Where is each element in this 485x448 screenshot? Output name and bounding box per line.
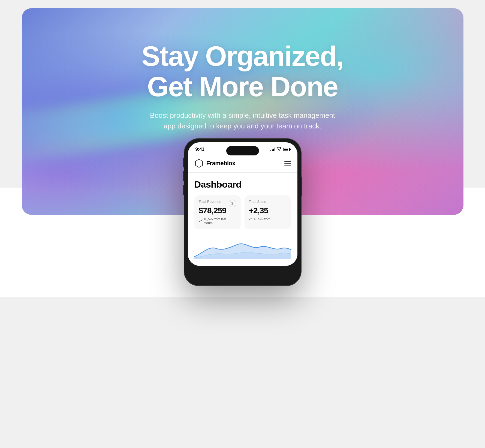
dynamic-island bbox=[226, 146, 259, 155]
hero-title-line1: Stay Organized, bbox=[141, 41, 344, 72]
svg-marker-0 bbox=[195, 159, 203, 167]
app-header: Frameblox bbox=[188, 154, 297, 173]
hero-subtitle: Boost productivity with a simple, intuit… bbox=[144, 110, 341, 131]
revenue-change: 10,5% from last month bbox=[199, 217, 236, 225]
revenue-card: Total Revenue $ $78,259 10,5% from last … bbox=[194, 195, 241, 229]
hero-title-line2: Get More Done bbox=[147, 71, 338, 102]
chart-svg bbox=[194, 235, 291, 259]
app-name: Frameblox bbox=[206, 160, 236, 167]
sales-label: Total Sales bbox=[249, 200, 287, 204]
revenue-value: $78,259 bbox=[199, 206, 236, 215]
phone-screen: 9:41 bbox=[188, 142, 297, 266]
app-content: Dashboard Total Revenue $ $78,259 bbox=[188, 173, 297, 266]
wifi-icon bbox=[277, 147, 281, 152]
sales-value: +2,35 bbox=[249, 206, 287, 215]
sales-trend-icon bbox=[249, 217, 253, 221]
page-wrapper: Stay Organized, Get More Done Boost prod… bbox=[0, 0, 485, 297]
revenue-icon: $ bbox=[229, 200, 236, 207]
status-icons bbox=[270, 147, 290, 152]
logo-hex-icon bbox=[194, 159, 204, 168]
app-logo: Frameblox bbox=[194, 159, 236, 168]
sales-change: 10,5% from bbox=[249, 217, 287, 221]
battery-icon bbox=[283, 148, 290, 151]
stats-row: Total Revenue $ $78,259 10,5% from last … bbox=[194, 195, 291, 229]
hero-title: Stay Organized, Get More Done bbox=[141, 41, 344, 102]
white-section: 9:41 bbox=[0, 188, 485, 297]
trend-up-icon bbox=[199, 219, 203, 223]
menu-button[interactable] bbox=[284, 161, 291, 166]
phone-section: 9:41 bbox=[0, 139, 485, 297]
chart-area bbox=[194, 235, 291, 259]
sales-card: Total Sales +2,35 10,5% from bbox=[245, 195, 291, 229]
dashboard-title: Dashboard bbox=[194, 179, 291, 190]
signal-icon bbox=[270, 148, 275, 151]
status-time: 9:41 bbox=[195, 147, 204, 152]
phone-frame: 9:41 bbox=[184, 139, 301, 286]
